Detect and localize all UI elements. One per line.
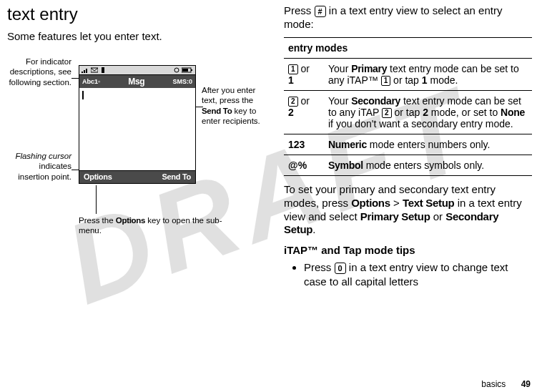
annotation-cursor: Flashing cursor indicates insertion poin…: [7, 151, 72, 182]
signal-icon: [82, 67, 89, 73]
phone-illustration: For indicator descriptions, see followin…: [7, 57, 265, 242]
softkey-options[interactable]: Options: [84, 172, 112, 181]
cell-text: mode enters symbols only.: [363, 160, 484, 171]
secondary-mode-alt: 2: [288, 107, 294, 118]
cell-text: mode.: [428, 74, 458, 86]
sms-counter: SMS:0: [172, 78, 192, 85]
right-intro: Press # in a text entry view to select a…: [284, 4, 532, 31]
table-row: @% Symbol mode enters symbols only.: [284, 155, 532, 176]
screen-title: Msg: [100, 77, 172, 87]
message-icon: [91, 67, 98, 73]
inline-mode-icon: 1: [381, 76, 391, 86]
inline-mode-icon: 2: [382, 108, 392, 118]
voicemail-icon: [100, 67, 106, 73]
para-text: >: [390, 197, 403, 209]
cell-text: Your: [328, 63, 351, 74]
svg-point-2: [174, 68, 179, 72]
text-mode-label: Abc1: [82, 78, 98, 85]
cell-bold: Primary: [351, 63, 387, 74]
text-cursor-icon: [82, 91, 84, 99]
li-text: Press: [304, 261, 335, 273]
cell-bold: Symbol: [328, 160, 363, 171]
cell-bold: 1: [422, 74, 428, 86]
cell-bold: Numeric: [328, 139, 367, 150]
para-bold: Primary Setup: [360, 210, 430, 222]
cell-text: mode enters numbers only.: [367, 139, 491, 150]
text-mode-indicator: Abc1▫: [82, 78, 100, 85]
symbol-mode-label: @%: [288, 160, 307, 171]
leader-line: [96, 185, 97, 214]
svg-rect-5: [182, 69, 188, 72]
phone-screen: Abc1▫ Msg SMS:0 Options Send To: [79, 65, 196, 184]
cell-bold: None: [501, 107, 525, 118]
numeric-mode-label: 123: [288, 139, 305, 150]
tips-subheading: iTAP™ and Tap mode tips: [284, 244, 532, 256]
primary-mode-icon: 1: [288, 64, 298, 74]
annotation-options: Press the Options key to open the sub-me…: [79, 215, 236, 236]
svg-rect-4: [191, 69, 192, 71]
annotation-options-bold: Options: [116, 216, 145, 225]
para-bold: Text Setup: [403, 197, 455, 209]
annotation-cursor-italic: Flashing cursor: [15, 152, 72, 160]
table-row: 123 Numeric mode enters numbers only.: [284, 134, 532, 155]
annotation-sendto-pre: After you enter text, press the: [202, 86, 255, 104]
cell-text: mode, or set to: [428, 107, 501, 118]
right-intro-pre: Press: [284, 4, 315, 16]
table-row: 1 or 1 Your Primary text entry mode can …: [284, 58, 532, 90]
cell-text: if you don't want a secondary entry mode…: [328, 118, 513, 129]
cell-text: Your: [328, 95, 351, 107]
softkey-bar: Options Send To: [79, 171, 196, 184]
entry-modes-table: entry modes 1 or 1 Your Primary text ent…: [284, 37, 532, 177]
phone-statusbar: [79, 65, 196, 75]
annotation-indicator: For indicator descriptions, see followin…: [7, 57, 72, 87]
annotation-options-pre: Press the: [79, 216, 116, 225]
section-heading: text entry: [7, 4, 258, 24]
row-or: or: [298, 63, 310, 74]
phone-titlebar: Abc1▫ Msg SMS:0: [79, 75, 196, 88]
softkey-sendto[interactable]: Send To: [162, 172, 191, 181]
para-text: or: [430, 210, 446, 222]
ring-icon: [174, 67, 179, 73]
row-or: or: [298, 95, 310, 107]
intro-text: Some features let you enter text.: [7, 30, 258, 44]
primary-mode-alt: 1: [288, 74, 294, 86]
battery-icon: [182, 67, 193, 73]
zero-key-icon: 0: [335, 263, 346, 274]
cell-text: or tap: [390, 74, 422, 86]
para-text: .: [312, 223, 315, 235]
annotation-sendto: After you enter text, press the Send To …: [202, 85, 265, 127]
right-column: Press # in a text entry view to select a…: [271, 0, 542, 392]
annotation-cursor-rest: indicates insertion point.: [18, 162, 72, 180]
list-item: Press 0 in a text entry view to change t…: [304, 260, 532, 288]
annotation-sendto-bold: Send To: [202, 107, 232, 115]
cell-text: or tap: [392, 107, 423, 118]
text-entry-area[interactable]: [79, 88, 196, 171]
svg-rect-1: [102, 67, 104, 73]
para-bold: Options: [351, 197, 390, 209]
left-column: text entry Some features let you enter t…: [0, 0, 271, 392]
secondary-mode-icon: 2: [288, 97, 298, 107]
cell-bold: Secondary: [351, 95, 400, 107]
setup-paragraph: To set your primary and secondary text e…: [284, 183, 532, 237]
cell-bold: 2: [423, 107, 428, 118]
table-header: entry modes: [284, 37, 532, 58]
tips-list: Press 0 in a text entry view to change t…: [284, 260, 532, 288]
hash-key-icon: #: [315, 6, 326, 17]
table-row: 2 or 2 Your Secondary text entry mode ca…: [284, 90, 532, 134]
